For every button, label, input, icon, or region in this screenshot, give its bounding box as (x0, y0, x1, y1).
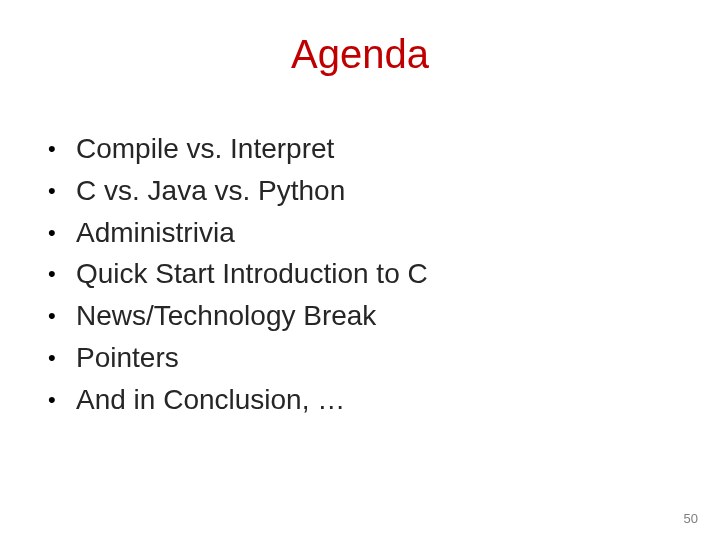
bullet-text: Administrivia (76, 214, 235, 252)
bullet-icon: • (48, 180, 76, 202)
bullet-icon: • (48, 305, 76, 327)
bullet-text: Compile vs. Interpret (76, 130, 334, 168)
bullet-list: • Compile vs. Interpret • C vs. Java vs.… (48, 130, 672, 419)
bullet-text: And in Conclusion, … (76, 381, 345, 419)
list-item: • C vs. Java vs. Python (48, 172, 672, 210)
bullet-text: News/Technology Break (76, 297, 376, 335)
bullet-icon: • (48, 138, 76, 160)
list-item: • Pointers (48, 339, 672, 377)
bullet-icon: • (48, 263, 76, 285)
slide-title: Agenda (0, 32, 720, 77)
bullet-text: C vs. Java vs. Python (76, 172, 345, 210)
list-item: • News/Technology Break (48, 297, 672, 335)
bullet-icon: • (48, 347, 76, 369)
slide-body: • Compile vs. Interpret • C vs. Java vs.… (48, 130, 672, 423)
list-item: • And in Conclusion, … (48, 381, 672, 419)
slide: Agenda • Compile vs. Interpret • C vs. J… (0, 0, 720, 540)
bullet-icon: • (48, 222, 76, 244)
page-number: 50 (684, 511, 698, 526)
bullet-text: Pointers (76, 339, 179, 377)
list-item: • Quick Start Introduction to C (48, 255, 672, 293)
bullet-text: Quick Start Introduction to C (76, 255, 428, 293)
list-item: • Compile vs. Interpret (48, 130, 672, 168)
bullet-icon: • (48, 389, 76, 411)
list-item: • Administrivia (48, 214, 672, 252)
